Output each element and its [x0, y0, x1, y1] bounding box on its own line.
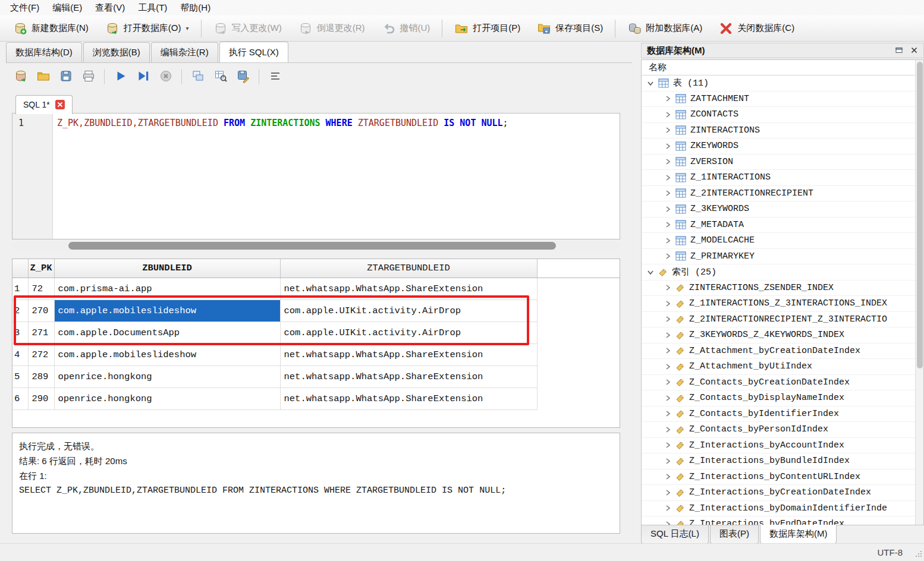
result-cell[interactable]: 270: [28, 300, 54, 322]
menu-view[interactable]: 查看(V): [89, 1, 131, 15]
print-sql-button[interactable]: [78, 67, 98, 86]
row-number[interactable]: 3: [12, 322, 28, 343]
float-panel-icon[interactable]: [895, 46, 903, 56]
tree-item-z-primarykey[interactable]: Z_PRIMARYKEY: [642, 249, 915, 265]
menu-edit[interactable]: 编辑(E): [46, 1, 89, 15]
tab-database-structure[interactable]: 数据库结构(D): [6, 42, 82, 63]
dock-tab-plot[interactable]: 图表(P): [710, 525, 759, 544]
tree-item-z-interactions-bycontenturlindex[interactable]: Z_Interactions_byContentURLIndex: [642, 469, 915, 486]
tree-item-z-modelcache[interactable]: Z_MODELCACHE: [642, 233, 915, 249]
tree-item-zcontacts[interactable]: ZCONTACTS: [642, 107, 915, 123]
resize-grip[interactable]: [914, 549, 922, 559]
tree-item-z-2interactionrecipient[interactable]: Z_2INTERACTIONRECIPIENT: [642, 186, 915, 202]
result-cell[interactable]: openrice.hongkong: [54, 387, 280, 409]
editor-hscrollbar[interactable]: [12, 241, 620, 251]
result-cell[interactable]: com.prisma-ai.app: [54, 278, 280, 300]
format-sql-button[interactable]: [265, 67, 285, 86]
close-database-button[interactable]: 关闭数据库(C): [711, 19, 803, 38]
result-cell[interactable]: 272: [28, 343, 54, 365]
export-results-button[interactable]: [188, 67, 208, 86]
find-in-sql-button[interactable]: [210, 67, 230, 86]
sql-editor[interactable]: 1 Z_PK,ZBUNDLEID,ZTARGETBUNDLEID FROM ZI…: [12, 113, 620, 239]
tree-vscrollbar[interactable]: [915, 60, 923, 525]
menu-help[interactable]: 帮助(H): [174, 1, 217, 15]
tree-item-z-contacts-bypersonidindex[interactable]: Z_Contacts_byPersonIdIndex: [642, 422, 915, 438]
tree-item-z-3keywords[interactable]: Z_3KEYWORDS: [642, 201, 915, 218]
result-cell[interactable]: net.whatsapp.WhatsApp.ShareExtension: [280, 278, 537, 300]
tree-item-label: Z_METADATA: [690, 220, 744, 230]
sql-doc-tab[interactable]: SQL 1*: [15, 95, 73, 114]
menu-file[interactable]: 文件(F): [4, 1, 46, 15]
tree-item-z-1interactions-z-3interactions-index[interactable]: Z_1INTERACTIONS_Z_3INTERACTIONS_INDEX: [642, 296, 915, 312]
open-sql-file-button[interactable]: [33, 67, 53, 86]
tree-item-zattachment[interactable]: ZATTACHMENT: [642, 92, 915, 108]
table-icon: [675, 125, 686, 135]
result-cell[interactable]: com.apple.mobileslideshow: [54, 343, 280, 365]
tree-item-z-contacts-bycreationdateindex[interactable]: Z_Contacts_byCreationDateIndex: [642, 375, 915, 391]
result-cell[interactable]: net.whatsapp.WhatsApp.ShareExtension: [280, 365, 537, 387]
save-project-button[interactable]: 保存项目(S): [529, 19, 611, 38]
encoding-indicator[interactable]: UTF-8: [878, 547, 903, 557]
tab-browse-data[interactable]: 浏览数据(B): [83, 42, 150, 63]
attach-database-button[interactable]: 附加数据库(A): [619, 19, 711, 38]
tree-item-zinteractions[interactable]: ZINTERACTIONS: [642, 123, 915, 139]
result-cell[interactable]: net.whatsapp.WhatsApp.ShareExtension: [280, 387, 537, 409]
result-cell[interactable]: openrice.hongkong: [54, 365, 280, 387]
tree-item-z-2interactionrecipient-z-3interactio[interactable]: Z_2INTERACTIONRECIPIENT_Z_3INTERACTIO: [642, 312, 915, 328]
tree-column-header[interactable]: 名称: [642, 60, 923, 75]
row-number[interactable]: 4: [12, 343, 28, 365]
tree-item-label: ZATTACHMENT: [690, 94, 749, 104]
tree-item-indexes-group[interactable]: 索引 (25): [642, 264, 915, 280]
result-cell[interactable]: 289: [28, 365, 54, 387]
result-cell[interactable]: com.apple.DocumentsApp: [54, 322, 280, 343]
tree-item-z-attachment-byutiindex[interactable]: Z_Attachment_byUtiIndex: [642, 359, 915, 375]
open-database-button[interactable]: 打开数据库(O)▾: [97, 19, 197, 38]
new-database-button[interactable]: 新建数据库(N): [5, 19, 97, 38]
column-header-z-pk[interactable]: Z_PK: [28, 259, 54, 278]
open-project-button[interactable]: 打开项目(P): [446, 19, 529, 38]
result-cell[interactable]: 271: [28, 322, 54, 343]
row-number[interactable]: 5: [12, 365, 28, 387]
close-panel-icon[interactable]: [910, 46, 918, 56]
result-cell[interactable]: 72: [28, 278, 54, 300]
tree-item-z-interactions-bybundleidindex[interactable]: Z_Interactions_byBundleIdIndex: [642, 453, 915, 469]
result-cell[interactable]: 290: [28, 387, 54, 409]
save-sql-file-button[interactable]: [56, 67, 76, 86]
menu-tools[interactable]: 工具(T): [131, 1, 174, 15]
row-number[interactable]: 6: [12, 387, 28, 409]
hscrollbar-thumb[interactable]: [68, 242, 556, 250]
result-cell[interactable]: com.apple.UIKit.activity.AirDrop: [280, 300, 537, 322]
tree-item-z-3keywords-z-4keywords-index[interactable]: Z_3KEYWORDS_Z_4KEYWORDS_INDEX: [642, 327, 915, 343]
tree-item-zversion[interactable]: ZVERSION: [642, 155, 915, 171]
tree-item-z-attachment-bycreationdateindex[interactable]: Z_Attachment_byCreationDateIndex: [642, 343, 915, 360]
tab-edit-pragmas[interactable]: 编辑杂注(R): [151, 42, 218, 63]
dock-tab-db-schema[interactable]: 数据库架构(M): [760, 525, 837, 544]
row-number[interactable]: 1: [12, 278, 28, 300]
result-cell[interactable]: net.whatsapp.WhatsApp.ShareExtension: [280, 343, 537, 365]
tree-item-zkeywords[interactable]: ZKEYWORDS: [642, 138, 915, 155]
tree-item-z-1interactions[interactable]: Z_1INTERACTIONS: [642, 170, 915, 186]
close-tab-icon[interactable]: [55, 100, 65, 109]
tree-item-z-metadata[interactable]: Z_METADATA: [642, 218, 915, 234]
tree-item-zinteractions-zsender-index[interactable]: ZINTERACTIONS_ZSENDER_INDEX: [642, 280, 915, 297]
column-header-ztargetbundleid[interactable]: ZTARGETBUNDLEID: [280, 259, 537, 278]
execute-current-line-button[interactable]: [133, 67, 153, 86]
vscrollbar-thumb[interactable]: [917, 62, 923, 368]
result-cell[interactable]: com.apple.UIKit.activity.AirDrop: [280, 322, 537, 343]
dropdown-caret-icon[interactable]: ▾: [186, 25, 189, 31]
tab-execute-sql[interactable]: 执行 SQL(X): [219, 42, 288, 63]
column-header-zbundleid[interactable]: ZBUNDLEID: [54, 259, 280, 278]
tree-item-z-contacts-bydisplaynameindex[interactable]: Z_Contacts_byDisplayNameIndex: [642, 390, 915, 406]
result-cell[interactable]: com.apple.mobileslideshow: [54, 300, 280, 322]
dock-tab-sql-log[interactable]: SQL 日志(L): [641, 525, 709, 544]
new-sql-tab-button[interactable]: [11, 67, 30, 86]
tree-item-z-interactions-bydomainidentifierinde[interactable]: Z_Interactions_byDomainIdentifierInde: [642, 501, 915, 517]
execute-all-button[interactable]: [111, 67, 130, 86]
tree-item-z-interactions-byaccountindex[interactable]: Z_Interactions_byAccountIndex: [642, 438, 915, 454]
tree-item-z-interactions-bycreationdateindex[interactable]: Z_Interactions_byCreationDateIndex: [642, 485, 915, 501]
tree-item-z-contacts-byidentifierindex[interactable]: Z_Contacts_byIdentifierIndex: [642, 406, 915, 423]
tree-item-z-interactions-byenddateindex[interactable]: Z_Interactions_byEndDateIndex: [642, 516, 915, 525]
row-number[interactable]: 2: [12, 300, 28, 322]
save-results-button[interactable]: [233, 67, 253, 86]
tree-item-tables-group[interactable]: 表 (11): [642, 75, 915, 92]
